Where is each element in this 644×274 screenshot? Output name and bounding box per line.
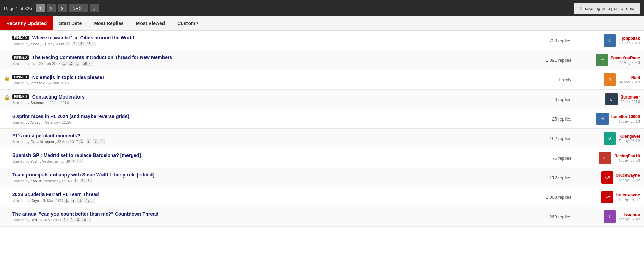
thread-right: B Buttoneer 22 Jul 2016 [571, 93, 640, 105]
table-row: 🔒 PINNED Where to watch f1 in Cities aro… [0, 31, 644, 50]
tab-most-replies[interactable]: Most Replies [88, 16, 130, 30]
started-by-label: Started by [12, 198, 29, 203]
thread-page-link[interactable]: 1 [65, 42, 71, 46]
last-poster-name[interactable]: hamilton10000 [611, 114, 640, 119]
thread-page-link[interactable]: 2 [72, 42, 77, 46]
thread-title[interactable]: 6 sprint races in F1 2024 (and maybe rev… [12, 114, 129, 119]
thread-title[interactable]: No emojis in topic titles please! [32, 75, 104, 80]
thread-page-link[interactable]: 2 [86, 139, 91, 144]
thread-extra-pages[interactable]: 42→ [84, 198, 95, 203]
thread-page-link[interactable]: 3 [75, 218, 81, 222]
table-row: 🔒 PINNED The Racing Comments Introductio… [0, 50, 644, 70]
avatar: BW [601, 191, 613, 203]
thread-page-link[interactable]: 1 [79, 139, 85, 144]
next-arrow-btn[interactable]: » [90, 4, 99, 12]
thread-title[interactable]: Contacting Moderators [32, 94, 85, 100]
tab-recently-updated[interactable]: Recently Updated [0, 16, 53, 30]
avatar: I [604, 210, 616, 223]
thread-extra-pages[interactable]: 6→ [82, 218, 91, 222]
last-poster-name[interactable]: Glengavel [619, 134, 640, 139]
thread-page-link[interactable]: 1 [61, 61, 67, 66]
thread-author[interactable]: bira [30, 61, 36, 66]
page-1-btn[interactable]: 1 [36, 4, 45, 12]
thread-title[interactable]: Team principals unhappy with Susie Wolff… [12, 172, 154, 178]
table-row: 🔒 6 sprint races in F1 2024 (and maybe r… [0, 109, 644, 129]
last-post-date: 22 Jul 2016 [620, 100, 640, 104]
last-post-date: Today, 08:02 [616, 178, 640, 182]
thread-page-link[interactable]: 2 [68, 61, 74, 66]
thread-extra-pages[interactable]: 15→ [85, 42, 96, 46]
thread-title[interactable]: F1's most petulant moments? [12, 133, 80, 138]
thread-author[interactable]: Beri [30, 218, 37, 222]
thread-page-link[interactable]: 3 [75, 61, 81, 66]
thread-author[interactable]: Ali623 [30, 120, 41, 124]
last-poster-name[interactable]: RacingFan10 [614, 153, 640, 158]
user-info: brucewayne Today, 07:57 [616, 193, 640, 202]
thread-page-link[interactable]: 2 [80, 179, 85, 183]
thread-page-link[interactable]: 2 [77, 159, 83, 163]
thread-info: Spanish GP : Madrid set to replace Barce… [12, 152, 530, 163]
thread-title[interactable]: Spanish GP : Madrid set to replace Barce… [12, 152, 141, 158]
page-2-btn[interactable]: 2 [47, 4, 56, 12]
thread-author[interactable]: Okyo [30, 198, 39, 203]
tab-start-date[interactable]: Start Date [53, 16, 88, 30]
thread-page-link[interactable]: 2 [71, 198, 76, 203]
table-row: 🔒 PINNED No emojis in topic titles pleas… [0, 70, 644, 90]
thread-title[interactable]: 2023 Scuderia Ferrari F1 Team Thread [12, 192, 99, 197]
last-post-date: Today, 08:12 [619, 139, 640, 143]
thread-title[interactable]: The Racing Comments Introduction Thread … [32, 55, 172, 60]
thread-page-link[interactable]: 3 [77, 198, 83, 203]
thread-left: 🔒 F1's most petulant moments? Started by… [4, 133, 530, 144]
started-by-label: Started by [12, 140, 29, 144]
thread-extra-pages[interactable]: 28→ [82, 61, 92, 66]
thread-author[interactable]: Kao18 [30, 179, 41, 183]
started-by-label: Started by [12, 61, 29, 66]
last-poster-name[interactable]: Ivanhoe [619, 212, 640, 217]
thread-right: BW brucewayne Today, 07:57 [571, 191, 640, 203]
thread-page-link[interactable]: 1 [64, 198, 70, 203]
last-poster-name[interactable]: brucewayne [616, 193, 640, 197]
started-by-label: Started by [12, 42, 29, 46]
thread-page-link[interactable]: 1 [62, 218, 68, 222]
last-poster-name[interactable]: brucewayne [616, 173, 640, 178]
thread-page-link[interactable]: 3 [86, 179, 92, 183]
page-3-btn[interactable]: 3 [58, 4, 67, 12]
last-poster-name[interactable]: Buttoneer [620, 95, 640, 100]
login-button[interactable]: Please log in to post a topic [574, 3, 640, 14]
thread-author[interactable]: Vitesse2 [30, 81, 45, 85]
last-poster-name[interactable]: Risil [619, 75, 640, 80]
pinned-badge: PINNED [12, 55, 29, 60]
last-poster-name[interactable]: PayasYouRace [611, 56, 640, 60]
thread-page-link[interactable]: 3 [78, 42, 84, 46]
thread-page-link[interactable]: 3 [93, 139, 98, 144]
thread-right: BW brucewayne Today, 08:02 [571, 171, 640, 184]
thread-author[interactable]: Buttoneer [30, 101, 47, 105]
thread-left: 🔒 Spanish GP : Madrid set to replace Bar… [4, 152, 530, 163]
tab-custom[interactable]: Custom ▾ [171, 16, 204, 30]
avatar: B [605, 93, 618, 105]
thread-meta: Started by Yoshi , Yesterday, 08:36 12 [12, 159, 530, 163]
last-post-date: Today, 08:13 [611, 119, 640, 123]
tab-most-viewed[interactable]: Most Viewed [130, 16, 171, 30]
last-poster-name[interactable]: jonpollak [619, 36, 640, 41]
table-row: 🔒 2023 Scuderia Ferrari F1 Team Thread S… [0, 187, 644, 207]
thread-author[interactable]: djned [30, 42, 39, 46]
thread-replies: 0 replies [530, 97, 571, 102]
thread-info: PINNED The Racing Comments Introduction … [12, 55, 530, 66]
lock-icon: 🔒 [4, 95, 10, 100]
user-info: Risil 24 Mar 2019 [619, 75, 640, 84]
thread-author[interactable]: Yoshi [30, 159, 39, 163]
avatar: R [604, 73, 616, 86]
thread-page-link[interactable]: 4 [99, 139, 105, 144]
thread-replies: 25 replies [530, 116, 571, 122]
thread-replies: 2,068 replies [530, 195, 571, 200]
avatar: PY [596, 54, 608, 66]
thread-page-link[interactable]: 1 [71, 159, 76, 163]
thread-page-link[interactable]: 1 [73, 179, 78, 183]
user-info: Glengavel Today, 08:12 [619, 134, 640, 143]
thread-title[interactable]: The annual "can you count better than me… [12, 211, 158, 217]
thread-page-link[interactable]: 2 [69, 218, 74, 222]
next-btn[interactable]: NEXT [69, 4, 88, 12]
thread-title[interactable]: Where to watch f1 in Cities around the W… [32, 35, 134, 41]
thread-author[interactable]: Graveltrappen [30, 140, 54, 144]
